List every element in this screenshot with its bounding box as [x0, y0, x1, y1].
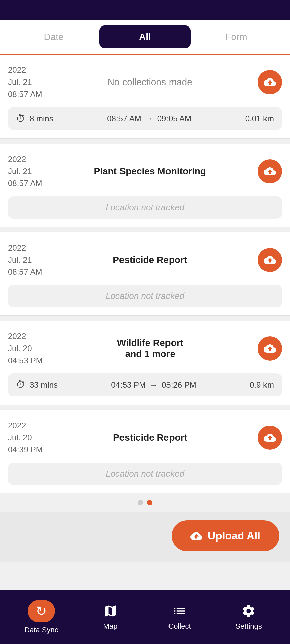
nav-icon-wrap-collect — [172, 604, 187, 619]
track-time-4: 04:53 PM → 05:26 PM — [111, 380, 196, 390]
upload-all-icon — [190, 530, 202, 542]
separator-4 — [0, 405, 290, 410]
track-location-5: Location not tracked — [8, 463, 282, 485]
record-card-2: 2022 Jul. 21 08:57 AM Plant Species Moni… — [0, 144, 290, 227]
timer-icon-4: ⏱ — [16, 379, 26, 390]
settings-icon — [241, 604, 256, 619]
track-duration-1: ⏱ 8 mins — [16, 113, 53, 124]
nav-label-datasync: Data Sync — [24, 626, 58, 634]
upload-cloud-icon-5 — [264, 432, 276, 444]
track-bar-4: ⏱ 33 mins 04:53 PM → 05:26 PM 0.9 km — [8, 373, 282, 396]
record-date-1: 2022 Jul. 21 08:57 AM — [8, 64, 42, 100]
upload-cloud-icon-4 — [264, 342, 276, 355]
record-card-1: 2022 Jul. 21 08:57 AM No collections mad… — [0, 55, 290, 139]
record-date-2: 2022 Jul. 21 08:57 AM — [8, 153, 42, 190]
tab-all[interactable]: All — [99, 25, 191, 48]
nav-icon-wrap-datasync: ↻ — [28, 600, 55, 622]
nav-label-collect: Collect — [168, 622, 191, 631]
record-title-1: No collections made — [42, 77, 258, 88]
record-header-1: 2022 Jul. 21 08:57 AM No collections mad… — [8, 64, 282, 107]
record-card-4: 2022 Jul. 20 04:53 PM Wildlife Report an… — [0, 321, 290, 405]
record-date-4: 2022 Jul. 20 04:53 PM — [8, 330, 43, 367]
record-header-4: 2022 Jul. 20 04:53 PM Wildlife Report an… — [8, 330, 282, 373]
upload-cloud-icon-3 — [264, 254, 276, 266]
map-icon — [103, 604, 118, 619]
track-bar-1: ⏱ 8 mins 08:57 AM → 09:05 AM 0.01 km — [8, 107, 282, 130]
timer-icon-1: ⏱ — [16, 113, 26, 124]
separator-3 — [0, 316, 290, 321]
track-duration-4: ⏱ 33 mins — [16, 379, 58, 390]
tab-bar: Date All Form — [0, 20, 290, 55]
record-date-5: 2022 Jul. 20 04:39 PM — [8, 420, 43, 456]
upload-button-1[interactable] — [258, 70, 282, 94]
location-text-5: Location not tracked — [106, 469, 184, 479]
main-content: 2022 Jul. 21 08:57 AM No collections mad… — [0, 55, 290, 590]
record-date-3: 2022 Jul. 21 08:57 AM — [8, 242, 42, 278]
nav-label-map: Map — [103, 622, 118, 631]
separator-1 — [0, 139, 290, 144]
upload-button-3[interactable] — [258, 248, 282, 272]
nav-label-settings: Settings — [235, 622, 262, 631]
separator-2 — [0, 227, 290, 232]
pagination-dot-1[interactable] — [138, 500, 143, 505]
record-header-3: 2022 Jul. 21 08:57 AM Pesticide Report — [8, 242, 282, 285]
record-header-5: 2022 Jul. 20 04:39 PM Pesticide Report — [8, 420, 282, 463]
track-location-2: Location not tracked — [8, 196, 282, 219]
status-bar — [0, 0, 290, 20]
location-text-2: Location not tracked — [106, 202, 184, 213]
upload-all-area: Upload All — [0, 512, 290, 562]
tab-date[interactable]: Date — [8, 25, 99, 48]
record-title-2: Plant Species Monitoring — [42, 166, 258, 177]
upload-all-button[interactable]: Upload All — [172, 520, 279, 551]
nav-item-datasync[interactable]: ↻ Data Sync — [7, 600, 76, 634]
record-card-5: 2022 Jul. 20 04:39 PM Pesticide Report L… — [0, 410, 290, 493]
location-text-3: Location not tracked — [106, 291, 184, 301]
nav-icon-wrap-settings — [241, 604, 256, 619]
track-time-1: 08:57 AM → 09:05 AM — [107, 114, 191, 123]
upload-cloud-icon-2 — [264, 165, 276, 177]
sync-icon: ↻ — [36, 603, 47, 619]
nav-item-settings[interactable]: Settings — [214, 604, 283, 631]
upload-all-label: Upload All — [208, 530, 260, 542]
record-header-2: 2022 Jul. 21 08:57 AM Plant Species Moni… — [8, 153, 282, 196]
upload-button-2[interactable] — [258, 159, 282, 183]
record-title-4: Wildlife Report and 1 more — [43, 338, 258, 359]
record-card-3: 2022 Jul. 21 08:57 AM Pesticide Report L… — [0, 232, 290, 316]
record-title-3: Pesticide Report — [42, 255, 258, 265]
upload-cloud-icon-1 — [264, 76, 276, 88]
upload-button-5[interactable] — [258, 426, 282, 450]
upload-button-4[interactable] — [258, 336, 282, 361]
nav-icon-wrap-map — [103, 604, 118, 619]
pagination-dot-2[interactable] — [147, 500, 152, 505]
track-distance-1: 0.01 km — [245, 114, 274, 123]
tab-form[interactable]: Form — [191, 25, 282, 48]
collect-icon — [172, 604, 187, 619]
nav-item-map[interactable]: Map — [76, 604, 145, 631]
record-title-5: Pesticide Report — [43, 432, 258, 443]
nav-item-collect[interactable]: Collect — [145, 604, 214, 631]
bottom-nav: ↻ Data Sync Map Collect Settings — [0, 590, 290, 644]
pagination — [0, 493, 290, 512]
track-distance-4: 0.9 km — [250, 380, 274, 390]
track-location-3: Location not tracked — [8, 285, 282, 307]
